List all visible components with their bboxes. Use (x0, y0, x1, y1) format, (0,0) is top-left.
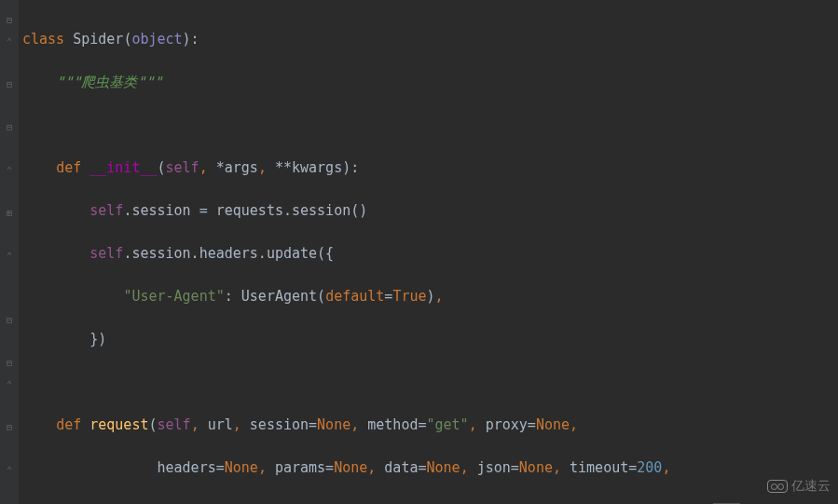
code-line: def __init__(self, *args, **kwargs): (22, 157, 834, 179)
fold-icon[interactable]: ⌃ (4, 31, 15, 42)
code-line: self.session = requests.session() (22, 200, 834, 222)
fold-icon[interactable]: ⊟ (4, 9, 15, 20)
gutter: ⊟ ⌃ ⊟ ⊟ ⌃ ⊞ ⌃ ⊟ ⊟ ⌃ ⊟ ⌃ (0, 0, 19, 504)
code-line: }) (22, 329, 834, 350)
fold-icon[interactable]: ⊟ (4, 352, 15, 363)
code-line: return_type=None, retry: int = 3, retry_… (22, 500, 834, 504)
code-line: def request(self, url, session=None, met… (22, 415, 834, 436)
watermark: 亿速云 (767, 475, 831, 497)
fold-icon[interactable]: ⌃ (4, 374, 15, 385)
code-line: class Spider(object): (22, 29, 834, 50)
watermark-icon (767, 480, 788, 493)
fold-icon[interactable]: ⌃ (4, 159, 15, 170)
code-line: """爬虫基类""" (22, 72, 834, 93)
fold-icon[interactable]: ⊞ (4, 202, 15, 213)
fold-icon[interactable]: ⌃ (4, 459, 15, 470)
code-line: headers=None, params=None, data=None, js… (22, 457, 834, 479)
code-line: "User-Agent": UserAgent(default=True), (22, 286, 834, 307)
fold-icon[interactable]: ⊟ (4, 74, 15, 85)
watermark-text: 亿速云 (791, 475, 831, 497)
fold-icon[interactable]: ⊟ (4, 416, 15, 428)
code-line (22, 115, 834, 136)
fold-icon[interactable]: ⌃ (4, 245, 15, 256)
code-editor[interactable]: class Spider(object): """爬虫基类""" def __i… (22, 7, 834, 504)
fold-icon[interactable]: ⊟ (4, 116, 15, 128)
code-line: self.session.headers.update({ (22, 243, 834, 265)
code-line (22, 372, 834, 393)
fold-icon[interactable]: ⊟ (4, 309, 15, 320)
